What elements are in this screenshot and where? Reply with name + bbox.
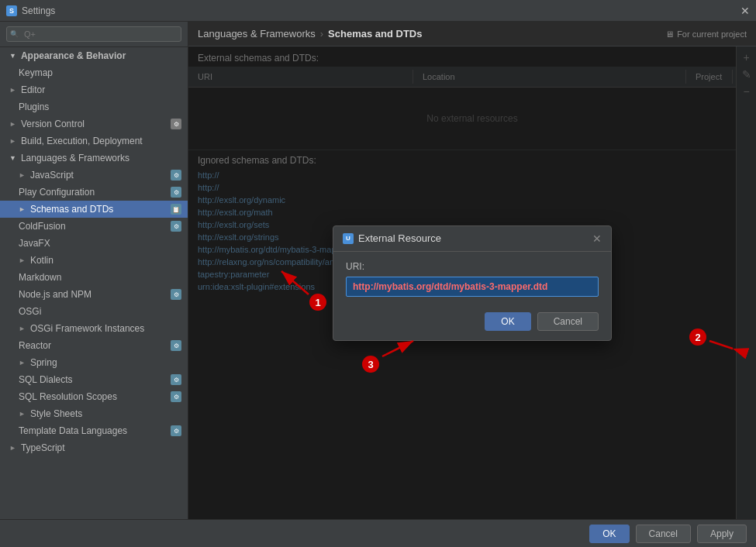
content-area: Languages & Frameworks › Schemas and DTD… bbox=[188, 22, 756, 519]
config-icon: ⚙ bbox=[171, 425, 181, 436]
modal-footer: OK Cancel bbox=[333, 306, 611, 340]
sidebar-item-plugins[interactable]: Plugins bbox=[0, 98, 188, 115]
sidebar-item-nodejs[interactable]: Node.js and NPM ⚙ bbox=[0, 286, 188, 303]
app-icon: S bbox=[6, 5, 17, 16]
cancel-button[interactable]: Cancel bbox=[636, 525, 691, 543]
sidebar-item-label: Languages & Frameworks bbox=[21, 153, 129, 163]
sidebar-item-sql-dialects[interactable]: SQL Dialects ⚙ bbox=[0, 371, 188, 388]
expand-arrow-icon: ► bbox=[9, 137, 16, 145]
sidebar-item-label: Keymap bbox=[19, 67, 53, 78]
sidebar-item-label: Version Control bbox=[21, 119, 85, 129]
main-layout: ▼ Appearance & Behavior Keymap ► Editor … bbox=[0, 22, 756, 519]
breadcrumb-separator: › bbox=[320, 28, 323, 40]
sidebar-item-markdown[interactable]: Markdown bbox=[0, 269, 188, 286]
sidebar-item-label: Schemas and DTDs bbox=[30, 204, 113, 215]
sidebar-item-osgi[interactable]: OSGi bbox=[0, 303, 188, 320]
config-icon: ⚙ bbox=[171, 170, 181, 181]
modal-title-icon: U bbox=[343, 233, 354, 244]
sidebar-item-spring[interactable]: ► Spring bbox=[0, 354, 188, 371]
modal-header: U External Resource ✕ bbox=[333, 226, 611, 252]
ok-button[interactable]: OK bbox=[589, 525, 629, 543]
sidebar-item-label: Kotlin bbox=[30, 255, 54, 266]
config-icon: ⚙ bbox=[171, 187, 181, 198]
modal-close-button[interactable]: ✕ bbox=[592, 232, 602, 245]
content-header: Languages & Frameworks › Schemas and DTD… bbox=[188, 22, 756, 46]
expand-arrow-icon: ► bbox=[9, 86, 16, 94]
expand-arrow-icon: ► bbox=[19, 205, 26, 213]
sidebar-item-coldfusion[interactable]: ColdFusion ⚙ bbox=[0, 218, 188, 235]
sidebar-item-label: SQL Resolution Scopes bbox=[19, 391, 117, 402]
breadcrumb: Languages & Frameworks › Schemas and DTD… bbox=[198, 28, 422, 40]
modal-body: URI: bbox=[333, 252, 611, 306]
sidebar-item-label: Reactor bbox=[19, 340, 51, 351]
sidebar-item-template-data[interactable]: Template Data Languages ⚙ bbox=[0, 422, 188, 439]
modal-ok-button[interactable]: OK bbox=[485, 312, 530, 331]
sidebar-item-label: Plugins bbox=[19, 101, 49, 112]
breadcrumb-current: Schemas and DTDs bbox=[328, 28, 422, 40]
uri-input-label: URI: bbox=[346, 261, 599, 272]
window-close-button[interactable]: ✕ bbox=[740, 5, 750, 17]
sidebar-item-reactor[interactable]: Reactor ⚙ bbox=[0, 337, 188, 354]
sidebar-item-label: Spring bbox=[30, 357, 57, 368]
search-bar bbox=[0, 22, 188, 47]
sidebar-item-label: ColdFusion bbox=[19, 221, 66, 232]
title-bar: S Settings ✕ bbox=[0, 0, 756, 22]
sidebar-item-label: Play Configuration bbox=[19, 187, 95, 198]
sidebar-item-label: Build, Execution, Deployment bbox=[21, 136, 143, 146]
sidebar-item-label: Template Data Languages bbox=[19, 425, 127, 436]
sidebar-item-label: SQL Dialects bbox=[19, 374, 73, 385]
sidebar-item-build[interactable]: ► Build, Execution, Deployment bbox=[0, 132, 188, 150]
sidebar-item-label: JavaScript bbox=[30, 170, 74, 181]
expand-arrow-icon: ► bbox=[19, 171, 26, 179]
modal-cancel-button[interactable]: Cancel bbox=[537, 312, 599, 331]
config-icon: ⚙ bbox=[171, 391, 181, 402]
sidebar-item-editor[interactable]: ► Editor bbox=[0, 81, 188, 98]
sidebar-item-play-config[interactable]: Play Configuration ⚙ bbox=[0, 184, 188, 201]
sidebar-item-label: OSGi bbox=[19, 306, 41, 317]
search-wrap bbox=[6, 26, 181, 42]
sidebar-item-style-sheets[interactable]: ► Style Sheets bbox=[0, 405, 188, 422]
sidebar-item-languages[interactable]: ▼ Languages & Frameworks bbox=[0, 150, 188, 167]
project-icon: 🖥 bbox=[665, 29, 674, 39]
content-body: External schemas and DTDs: URI Location … bbox=[188, 46, 756, 519]
settings-icon: ⚙ bbox=[171, 119, 181, 129]
current-project-label: For current project bbox=[677, 29, 747, 39]
sidebar-item-javafx[interactable]: JavaFX bbox=[0, 235, 188, 252]
config-icon: ⚙ bbox=[171, 340, 181, 351]
external-resource-dialog: U External Resource ✕ URI: OK Cancel bbox=[333, 225, 612, 341]
sidebar-item-osgi-framework[interactable]: ► OSGi Framework Instances bbox=[0, 320, 188, 337]
sidebar-item-typescript[interactable]: ► TypeScript bbox=[0, 439, 188, 456]
sidebar-item-label: OSGi Framework Instances bbox=[30, 323, 144, 334]
sidebar-item-keymap[interactable]: Keymap bbox=[0, 64, 188, 81]
breadcrumb-parent: Languages & Frameworks bbox=[198, 28, 316, 40]
search-input[interactable] bbox=[6, 26, 181, 42]
sidebar-item-label: JavaFX bbox=[19, 238, 50, 249]
expand-arrow-icon: ► bbox=[19, 256, 26, 264]
bottom-bar: OK Cancel Apply bbox=[0, 519, 756, 547]
uri-input-field[interactable] bbox=[346, 277, 599, 297]
sidebar-item-label: Style Sheets bbox=[30, 408, 82, 419]
sidebar-item-label: TypeScript bbox=[21, 442, 65, 453]
modal-overlay: U External Resource ✕ URI: OK Cancel bbox=[188, 46, 756, 519]
expand-arrow-icon: ▼ bbox=[9, 154, 16, 162]
sidebar-item-sql-resolution[interactable]: SQL Resolution Scopes ⚙ bbox=[0, 388, 188, 405]
expand-arrow-icon: ► bbox=[9, 120, 16, 128]
sidebar-item-kotlin[interactable]: ► Kotlin bbox=[0, 252, 188, 269]
modal-title-text: External Resource bbox=[358, 232, 441, 244]
sidebar-item-schemas-dtds[interactable]: ► Schemas and DTDs 📋 bbox=[0, 201, 188, 218]
window-title: Settings bbox=[22, 5, 55, 16]
current-project-indicator: 🖥 For current project bbox=[665, 29, 747, 39]
modal-title: U External Resource bbox=[343, 232, 441, 244]
copy-icon: 📋 bbox=[171, 204, 181, 215]
sidebar-item-appearance[interactable]: ▼ Appearance & Behavior bbox=[0, 47, 188, 64]
sidebar-item-label: Node.js and NPM bbox=[19, 289, 91, 300]
config-icon: ⚙ bbox=[171, 221, 181, 232]
apply-button[interactable]: Apply bbox=[697, 525, 747, 543]
expand-arrow-icon: ▼ bbox=[9, 52, 16, 60]
sidebar-item-javascript[interactable]: ► JavaScript ⚙ bbox=[0, 167, 188, 184]
sidebar-item-version-control[interactable]: ► Version Control ⚙ bbox=[0, 115, 188, 132]
sidebar: ▼ Appearance & Behavior Keymap ► Editor … bbox=[0, 22, 188, 519]
expand-arrow-icon: ► bbox=[19, 410, 26, 418]
config-icon: ⚙ bbox=[171, 289, 181, 300]
sidebar-item-label: Markdown bbox=[19, 272, 61, 283]
